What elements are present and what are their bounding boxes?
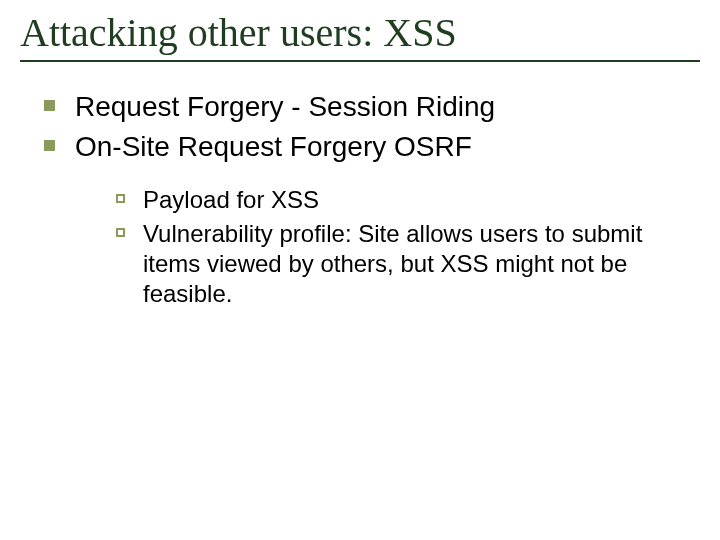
slide: Attacking other users: XSS Request Forge… [0,0,720,540]
list-item: On-Site Request Forgery OSRF [44,130,700,164]
list-item: Request Forgery - Session Riding [44,90,700,124]
bullet-text: On-Site Request Forgery OSRF [75,130,472,164]
sub-list: Payload for XSS Vulnerability profile: S… [44,185,700,309]
slide-body: Request Forgery - Session Riding On-Site… [20,90,700,309]
hollow-square-bullet-icon [116,228,125,237]
hollow-square-bullet-icon [116,194,125,203]
slide-title: Attacking other users: XSS [20,10,700,56]
title-underline [20,60,700,62]
list-item: Vulnerability profile: Site allows users… [116,219,700,309]
bullet-text: Request Forgery - Session Riding [75,90,495,124]
square-bullet-icon [44,100,55,111]
sub-bullet-text: Vulnerability profile: Site allows users… [143,219,700,309]
list-item: Payload for XSS [116,185,700,215]
sub-bullet-text: Payload for XSS [143,185,319,215]
square-bullet-icon [44,140,55,151]
